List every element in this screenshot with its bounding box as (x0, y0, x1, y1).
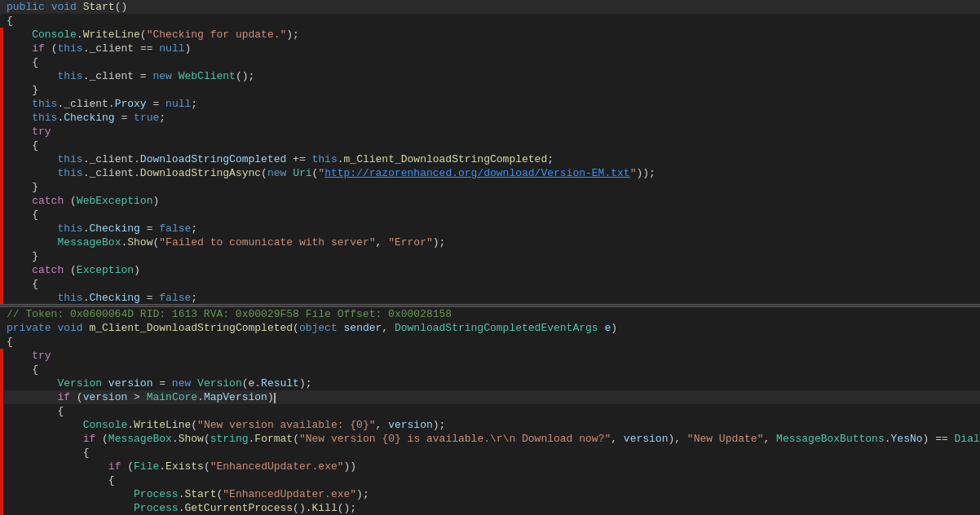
line-content: this.Checking = false; (3, 291, 980, 304)
code-line: } (0, 249, 980, 263)
code-line: catch (WebException) (0, 194, 980, 208)
line-content: Version version = new Version(e.Result); (3, 376, 980, 390)
line-content: } (3, 180, 980, 194)
code-section-bottom: // Token: 0x0600064D RID: 1613 RVA: 0x00… (0, 307, 980, 515)
code-line: try (0, 125, 980, 139)
code-line: { (0, 14, 980, 28)
code-line: { (0, 208, 980, 222)
line-content: { (3, 55, 980, 69)
code-line: { (0, 446, 980, 460)
text-cursor (274, 393, 276, 403)
code-line: { (0, 277, 980, 291)
code-line: { (0, 139, 980, 152)
code-line: Version version = new Version(e.Result); (0, 376, 980, 390)
line-content: { (3, 473, 980, 487)
code-line: Process.GetCurrentProcess().Kill(); (0, 501, 980, 515)
code-line: { (0, 473, 980, 487)
line-content: Console.WriteLine("New version available… (3, 418, 980, 432)
line-content: { (3, 363, 980, 376)
line-content: this._client.DownloadStringCompleted += … (3, 152, 980, 166)
code-line: } (0, 83, 980, 97)
line-content: } (3, 83, 980, 97)
code-line: this.Checking = false; (0, 222, 980, 235)
line-content: this._client.Proxy = null; (3, 97, 980, 111)
line-content: try (3, 349, 980, 363)
code-line: this._client.DownloadStringCompleted += … (0, 152, 980, 166)
line-content: public void Start() (3, 0, 980, 14)
code-line: Console.WriteLine("New version available… (0, 418, 980, 432)
code-lines-top: public void Start() { Console.WriteLine(… (0, 0, 980, 304)
line-content: { (3, 277, 980, 291)
line-content: private void m_Client_DownloadStringComp… (3, 321, 980, 335)
code-line: // Token: 0x0600064D RID: 1613 RVA: 0x00… (0, 307, 980, 321)
line-content: { (3, 139, 980, 152)
code-section-top: public void Start() { Console.WriteLine(… (0, 0, 980, 304)
line-content: { (3, 404, 980, 418)
code-line: Process.Start("EnhancedUpdater.exe"); (0, 487, 980, 501)
line-content: if (this._client == null) (3, 42, 980, 55)
line-content: if (version > MainCore.MapVersion) (3, 390, 980, 404)
code-line: if (File.Exists("EnhancedUpdater.exe")) (0, 460, 980, 473)
code-line: } (0, 180, 980, 194)
code-line: private void m_Client_DownloadStringComp… (0, 321, 980, 335)
line-content: this.Checking = false; (3, 222, 980, 235)
code-line: { (0, 363, 980, 376)
line-content: this._client.DownloadStringAsync(new Uri… (3, 166, 980, 180)
line-content: this.Checking = true; (3, 111, 980, 125)
code-editor: public void Start() { Console.WriteLine(… (0, 0, 980, 515)
code-line: try (0, 349, 980, 363)
line-content: Console.WriteLine("Checking for update."… (3, 28, 980, 42)
code-line: this.Checking = true; (0, 111, 980, 125)
code-line: { (0, 335, 980, 349)
line-content: { (3, 208, 980, 222)
line-content: { (3, 335, 980, 349)
code-line: this.Checking = false; (0, 291, 980, 304)
line-content: this._client = new WebClient(); (3, 69, 980, 83)
line-content: MessageBox.Show("Failed to comunicate wi… (3, 235, 980, 249)
line-content: catch (WebException) (3, 194, 980, 208)
line-content: } (3, 249, 980, 263)
line-content: Process.GetCurrentProcess().Kill(); (3, 501, 980, 515)
code-line: this._client = new WebClient(); (0, 69, 980, 83)
code-line: public void Start() (0, 0, 980, 14)
code-line: catch (Exception) (0, 263, 980, 277)
code-line: this._client.Proxy = null; (0, 97, 980, 111)
code-line: MessageBox.Show("Failed to comunicate wi… (0, 235, 980, 249)
line-content: catch (Exception) (3, 263, 980, 277)
code-line: { (0, 55, 980, 69)
code-line: if (version > MainCore.MapVersion) (0, 390, 980, 404)
line-content: if (MessageBox.Show(string.Format("New v… (3, 432, 980, 446)
code-line: this._client.DownloadStringAsync(new Uri… (0, 166, 980, 180)
line-content: { (3, 446, 980, 460)
line-content: // Token: 0x0600064D RID: 1613 RVA: 0x00… (3, 307, 980, 321)
line-content: if (File.Exists("EnhancedUpdater.exe")) (3, 460, 980, 473)
code-line: { (0, 404, 980, 418)
line-content: Process.Start("EnhancedUpdater.exe"); (3, 487, 980, 501)
code-line: if (MessageBox.Show(string.Format("New v… (0, 432, 980, 446)
code-line: if (this._client == null) (0, 42, 980, 55)
line-content: try (3, 125, 980, 139)
line-content: { (3, 14, 980, 28)
code-line: Console.WriteLine("Checking for update."… (0, 28, 980, 42)
code-lines-bottom: // Token: 0x0600064D RID: 1613 RVA: 0x00… (0, 307, 980, 515)
